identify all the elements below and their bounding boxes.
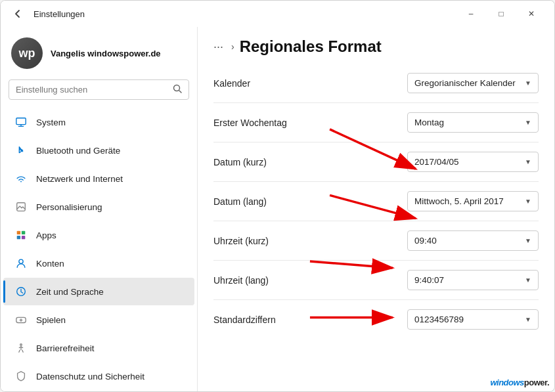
uhrzeit-lang-dropdown[interactable]: 9:40:07 ▼ bbox=[407, 270, 539, 290]
search-input[interactable] bbox=[16, 85, 167, 95]
datum-lang-dropdown[interactable]: Mittwoch, 5. April 2017 ▼ bbox=[407, 191, 539, 211]
row-standardziffern: Standardziffern 0123456789 ▼ bbox=[213, 300, 539, 339]
sidebar-item-system-label: System bbox=[36, 118, 66, 127]
uhrzeit-lang-arrow: ▼ bbox=[525, 276, 531, 284]
kalender-value: Gregorianischer Kalender bbox=[414, 78, 516, 88]
sidebar-item-time-language[interactable]: Zeit und Sprache bbox=[3, 278, 194, 305]
erster-wochentag-dropdown[interactable]: Montag ▼ bbox=[407, 112, 539, 133]
watermark-prefix: windows bbox=[490, 378, 523, 387]
sidebar-item-accessibility-label: Barrierefreiheit bbox=[36, 343, 95, 353]
sidebar-item-accounts-label: Konten bbox=[36, 259, 64, 269]
row-erster-wochentag: Erster Wochentag Montag ▼ bbox=[213, 103, 539, 142]
profile-info: Vangelis windowspower.de bbox=[51, 49, 161, 58]
svg-point-10 bbox=[20, 344, 22, 346]
panel-content: Kalender Gregorianischer Kalender ▼ Erst… bbox=[198, 64, 554, 391]
sidebar-item-network[interactable]: Netzwerk und Internet bbox=[3, 165, 194, 192]
watermark: windowspower. bbox=[490, 378, 549, 387]
svg-point-0 bbox=[174, 85, 180, 91]
sidebar-item-privacy[interactable]: Datenschutz und Sicherheit bbox=[3, 362, 194, 390]
datum-lang-value: Mittwoch, 5. April 2017 bbox=[414, 196, 504, 206]
datum-lang-arrow: ▼ bbox=[525, 198, 531, 205]
system-icon bbox=[14, 115, 28, 129]
sidebar: wp Vangelis windowspower.de bbox=[1, 27, 198, 391]
privacy-icon bbox=[14, 369, 28, 383]
sidebar-item-apps-label: Apps bbox=[36, 230, 56, 240]
sidebar-item-gaming-label: Spielen bbox=[36, 315, 66, 325]
accessibility-icon bbox=[14, 341, 28, 355]
svg-point-7 bbox=[19, 259, 23, 263]
row-uhrzeit-lang: Uhrzeit (lang) 9:40:07 ▼ bbox=[213, 261, 539, 300]
titlebar-controls: – □ ✕ bbox=[456, 3, 546, 24]
uhrzeit-kurz-dropdown[interactable]: 09:40 ▼ bbox=[407, 230, 539, 251]
standardziffern-value: 0123456789 bbox=[414, 315, 464, 324]
breadcrumb-more[interactable]: ··· bbox=[213, 40, 223, 54]
avatar-initials: wp bbox=[19, 47, 35, 60]
back-button[interactable] bbox=[9, 5, 27, 23]
sidebar-item-bluetooth[interactable]: Bluetooth und Geräte bbox=[3, 137, 194, 164]
row-datum-lang: Datum (lang) Mittwoch, 5. April 2017 ▼ bbox=[213, 182, 539, 221]
datum-kurz-label: Datum (kurz) bbox=[213, 157, 267, 167]
accounts-icon bbox=[14, 256, 28, 271]
erster-wochentag-label: Erster Wochentag bbox=[213, 118, 287, 128]
titlebar: Einstellungen – □ ✕ bbox=[1, 1, 554, 27]
svg-rect-4 bbox=[22, 231, 25, 234]
main-content: wp Vangelis windowspower.de bbox=[1, 27, 554, 391]
uhrzeit-kurz-value: 09:40 bbox=[414, 236, 437, 246]
sidebar-item-bluetooth-label: Bluetooth und Geräte bbox=[36, 146, 120, 156]
network-icon bbox=[14, 171, 28, 186]
uhrzeit-lang-value: 9:40:07 bbox=[414, 275, 444, 285]
sidebar-item-gaming[interactable]: Spielen bbox=[3, 306, 194, 334]
kalender-dropdown[interactable]: Gregorianischer Kalender ▼ bbox=[407, 73, 539, 93]
apps-icon bbox=[14, 228, 28, 242]
gaming-icon bbox=[14, 313, 28, 327]
maximize-button[interactable]: □ bbox=[486, 3, 516, 24]
erster-wochentag-value: Montag bbox=[414, 118, 444, 127]
sidebar-item-privacy-label: Datenschutz und Sicherheit bbox=[36, 372, 144, 381]
sidebar-item-accessibility[interactable]: Barrierefreiheit bbox=[3, 334, 194, 362]
bluetooth-icon bbox=[14, 143, 28, 158]
erster-wochentag-arrow: ▼ bbox=[525, 119, 531, 126]
nav-list: System Bluetooth und Geräte Netzwerk und… bbox=[1, 108, 197, 391]
standardziffern-label: Standardziffern bbox=[213, 315, 276, 325]
row-kalender: Kalender Gregorianischer Kalender ▼ bbox=[213, 64, 539, 103]
standardziffern-arrow: ▼ bbox=[525, 316, 531, 323]
datum-kurz-value: 2017/04/05 bbox=[414, 157, 459, 167]
minimize-button[interactable]: – bbox=[456, 3, 486, 24]
kalender-dropdown-arrow: ▼ bbox=[525, 79, 531, 87]
row-datum-kurz: Datum (kurz) 2017/04/05 ▼ bbox=[213, 142, 539, 182]
avatar: wp bbox=[11, 37, 43, 69]
standardziffern-dropdown[interactable]: 0123456789 ▼ bbox=[407, 309, 539, 330]
svg-rect-5 bbox=[17, 236, 20, 239]
sidebar-item-personalization-label: Personalisierung bbox=[36, 202, 102, 212]
personalization-icon bbox=[14, 200, 28, 214]
window-title: Einstellungen bbox=[33, 9, 85, 19]
right-panel: ··· › Regionales Format Kalender Gregori… bbox=[198, 27, 554, 391]
settings-window: Einstellungen – □ ✕ wp Vangelis windowsp… bbox=[0, 0, 555, 392]
uhrzeit-kurz-arrow: ▼ bbox=[525, 237, 531, 244]
sidebar-item-network-label: Netzwerk und Internet bbox=[36, 174, 123, 184]
datum-kurz-arrow: ▼ bbox=[525, 158, 531, 165]
sidebar-item-accounts[interactable]: Konten bbox=[3, 250, 194, 277]
page-title: Regionales Format bbox=[240, 37, 382, 56]
sidebar-item-time-language-label: Zeit und Sprache bbox=[36, 287, 104, 297]
svg-rect-3 bbox=[17, 231, 20, 234]
sidebar-item-system[interactable]: System bbox=[3, 108, 194, 136]
time-icon bbox=[14, 284, 28, 299]
datum-lang-label: Datum (lang) bbox=[213, 196, 267, 207]
panel-header: ··· › Regionales Format bbox=[198, 27, 554, 64]
svg-rect-6 bbox=[22, 236, 25, 239]
uhrzeit-kurz-label: Uhrzeit (kurz) bbox=[213, 236, 269, 246]
row-uhrzeit-kurz: Uhrzeit (kurz) 09:40 ▼ bbox=[213, 221, 539, 261]
close-button[interactable]: ✕ bbox=[516, 3, 546, 24]
sidebar-item-personalization[interactable]: Personalisierung bbox=[3, 193, 194, 221]
breadcrumb-chevron: › bbox=[231, 41, 234, 52]
titlebar-left: Einstellungen bbox=[9, 5, 85, 23]
datum-kurz-dropdown[interactable]: 2017/04/05 ▼ bbox=[407, 152, 539, 172]
search-box[interactable] bbox=[9, 79, 189, 100]
sidebar-item-apps[interactable]: Apps bbox=[3, 221, 194, 249]
sidebar-profile: wp Vangelis windowspower.de bbox=[1, 27, 197, 77]
profile-name: Vangelis windowspower.de bbox=[51, 49, 161, 58]
search-icon bbox=[173, 84, 182, 95]
watermark-suffix: power. bbox=[524, 378, 549, 387]
uhrzeit-lang-label: Uhrzeit (lang) bbox=[213, 275, 269, 286]
